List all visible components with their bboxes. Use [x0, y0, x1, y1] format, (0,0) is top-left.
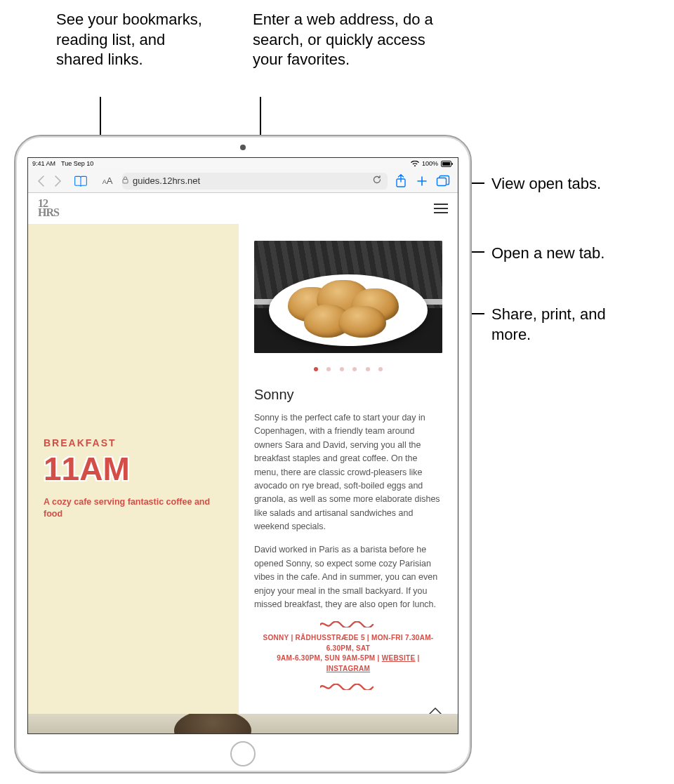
svg-rect-2 — [452, 163, 454, 165]
callout-tabs: View open tabs. — [491, 174, 601, 194]
status-time: 9:41 AM — [32, 160, 55, 167]
ipad-camera — [240, 145, 246, 150]
right-panel: Sonny Sonny is the perfect cafe to start… — [239, 224, 458, 733]
svg-rect-5 — [437, 178, 447, 185]
instagram-link[interactable]: INSTAGRAM — [326, 665, 371, 672]
address-bar-url: guides.12hrs.net — [133, 175, 200, 186]
back-button[interactable] — [35, 175, 46, 187]
bookmarks-button[interactable] — [73, 175, 88, 187]
article-title: Sonny — [254, 387, 442, 403]
next-section-peek[interactable] — [28, 714, 458, 733]
callout-addressbar: Enter a web address, do a search, or qui… — [253, 10, 435, 70]
new-tab-button[interactable] — [414, 175, 430, 187]
reader-format-button[interactable]: AA — [98, 175, 117, 186]
dot-icon[interactable] — [378, 367, 383, 371]
left-kicker: BREAKFAST — [44, 437, 117, 449]
site-header: 12 HRS — [28, 193, 458, 224]
article-body: Sonny is the perfect cafe to start your … — [254, 411, 442, 611]
dot-icon[interactable] — [340, 367, 344, 371]
svg-rect-3 — [123, 180, 128, 184]
svg-rect-1 — [442, 162, 450, 166]
ipad-frame: 9:41 AM Tue Sep 10 100% — [14, 135, 472, 773]
venue-info-line: 9AM-6.30PM, SUN 9AM-5PM | — [277, 654, 382, 662]
carousel-dots[interactable] — [254, 361, 442, 374]
status-battery-text: 100% — [422, 160, 438, 167]
status-date: Tue Sep 10 — [61, 160, 93, 167]
dot-icon[interactable] — [352, 367, 357, 371]
reload-button[interactable] — [372, 175, 382, 187]
left-tagline: A cozy cafe serving fantastic coffee and… — [44, 496, 223, 521]
venue-info-line: SONNY | RÅDHUSSTRÆDE 5 | MON-FRI 7.30AM-… — [263, 634, 433, 652]
menu-button[interactable] — [434, 204, 448, 213]
lock-icon — [122, 176, 128, 185]
webpage: 12 HRS BREAKFAST 11AM A cozy cafe servin… — [28, 193, 458, 733]
website-link[interactable]: WEBSITE — [382, 654, 416, 662]
site-logo[interactable]: 12 HRS — [38, 199, 59, 218]
address-bar[interactable]: guides.12hrs.net — [122, 173, 388, 190]
status-bar: 9:41 AM Tue Sep 10 100% — [28, 158, 458, 169]
forward-button[interactable] — [52, 175, 63, 187]
site-logo-bottom: HRS — [38, 208, 59, 218]
wifi-icon — [411, 161, 419, 167]
callout-newtab: Open a new tab. — [491, 244, 604, 264]
article-paragraph: Sonny is the perfect cafe to start your … — [254, 411, 442, 533]
venue-info: SONNY | RÅDHUSSTRÆDE 5 | MON-FRI 7.30AM-… — [254, 633, 442, 674]
tabs-button[interactable] — [435, 175, 451, 187]
divider-icon — [320, 684, 376, 690]
share-button[interactable] — [393, 174, 409, 188]
left-title: 11AM — [44, 453, 130, 485]
dot-icon[interactable] — [326, 367, 331, 371]
left-panel: BREAKFAST 11AM A cozy cafe serving fanta… — [28, 224, 239, 733]
dot-icon[interactable] — [366, 367, 370, 371]
battery-icon — [441, 161, 454, 167]
ipad-screen: 9:41 AM Tue Sep 10 100% — [27, 157, 458, 734]
divider-icon — [320, 621, 376, 627]
hamburger-icon — [434, 204, 448, 205]
callout-bookmarks: See your bookmarks, reading list, and sh… — [56, 10, 211, 70]
callout-share: Share, print, and more. — [491, 305, 618, 345]
safari-toolbar: AA guides.12hrs.net — [28, 169, 458, 193]
article-paragraph: David worked in Paris as a barista befor… — [254, 543, 442, 611]
hero-image[interactable] — [254, 241, 442, 353]
ipad-home-button[interactable] — [230, 741, 256, 766]
dot-icon[interactable] — [314, 367, 318, 371]
